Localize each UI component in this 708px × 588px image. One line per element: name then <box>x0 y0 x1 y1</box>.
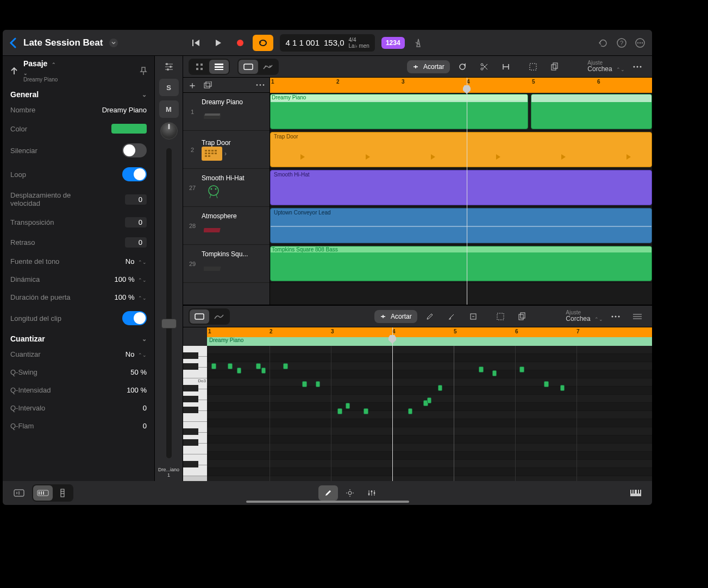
pencil-icon[interactable] <box>421 308 439 325</box>
piano-roll-grid[interactable]: 1 2 3 4 5 6 7 Dreamy Piano <box>207 327 652 481</box>
longitud-toggle[interactable] <box>122 311 147 325</box>
timeline[interactable]: 1 2 3 4 5 6 Dreamy Piano <box>270 78 652 305</box>
undo-icon[interactable] <box>598 38 609 48</box>
midi-note[interactable] <box>438 385 442 391</box>
piano-icon[interactable] <box>626 485 646 501</box>
row-duracion[interactable]: Duración de puerta 100 % ⌃⌄ <box>3 288 154 306</box>
quantize-section-header[interactable]: Cuantizar ⌄ <box>3 330 154 345</box>
row-color[interactable]: Color <box>3 119 154 138</box>
midi-note[interactable] <box>479 366 484 372</box>
more-icon[interactable] <box>635 37 646 48</box>
pan-knob[interactable] <box>160 122 178 140</box>
copy-icon[interactable] <box>546 59 564 75</box>
midi-note[interactable] <box>228 363 233 369</box>
retraso-field[interactable]: 0 <box>125 237 147 248</box>
midi-note[interactable] <box>346 403 350 409</box>
midi-note[interactable] <box>256 363 261 369</box>
midi-note[interactable] <box>519 366 524 372</box>
join-icon[interactable] <box>497 59 515 75</box>
midi-note[interactable] <box>302 381 307 387</box>
editor-ruler[interactable]: 1 2 3 4 5 6 7 <box>207 327 652 337</box>
inspector-title-box[interactable]: Pasaje ⌃⌄ Dreamy Piano <box>23 59 135 83</box>
piano-keyboard[interactable]: Do3 <box>183 327 207 481</box>
editor-more-icon[interactable] <box>606 308 625 325</box>
track-header-3[interactable]: 27 Smooth Hi-Hat <box>183 169 270 207</box>
transp-field[interactable]: 0 <box>125 217 147 227</box>
edit-tool-selector[interactable]: Acortar <box>407 60 450 73</box>
bottom-sliders-icon[interactable] <box>362 485 381 501</box>
region-dreamy-piano-loop[interactable] <box>531 94 652 129</box>
ruler[interactable]: 1 2 3 4 5 6 <box>270 78 652 93</box>
row-qflam[interactable]: Q-Flam 0 <box>3 417 154 435</box>
metronome-button[interactable] <box>410 35 427 51</box>
region-dreamy-piano[interactable]: Dreamy Piano <box>270 94 528 129</box>
midi-note[interactable] <box>544 381 549 387</box>
track-header-5[interactable]: 29 Tompkins Squ... <box>183 245 270 283</box>
midi-note[interactable] <box>261 368 266 374</box>
region-row-4[interactable]: Uptown Conveyor Lead <box>270 207 652 245</box>
automation-view-button[interactable] <box>258 60 278 74</box>
back-button[interactable] <box>9 37 17 48</box>
region-row-2[interactable]: Trap Door <box>270 131 652 169</box>
row-qinterv[interactable]: Q-Intervalo 0 <box>3 399 154 417</box>
brush-icon[interactable] <box>442 308 461 325</box>
track-stack-icon[interactable] <box>204 81 212 89</box>
cycle-button[interactable] <box>253 35 273 51</box>
editor-automation-view-button[interactable] <box>209 309 229 324</box>
toolbar-more-icon[interactable] <box>628 59 647 75</box>
pin-icon[interactable] <box>139 66 148 76</box>
grid-view-button[interactable] <box>190 60 209 74</box>
track-header-more-icon[interactable] <box>255 84 265 86</box>
desplaz-field[interactable]: 0 <box>125 194 147 205</box>
lcd-display[interactable]: 4 1 1 001 153,0 4/4 La♭ men <box>280 34 374 52</box>
velocity-icon[interactable] <box>464 308 483 325</box>
track-header-2[interactable]: 2 Trap Door › <box>183 131 270 169</box>
mode-badge[interactable]: 1234 <box>381 37 405 49</box>
midi-note[interactable] <box>211 363 216 369</box>
row-qintens[interactable]: Q-Intensidad 100 % <box>3 381 154 399</box>
midi-note[interactable] <box>408 408 412 414</box>
track-header-1[interactable]: 1 Dreamy Piano <box>183 93 270 131</box>
row-cuantizar[interactable]: Cuantizar No ⌃⌄ <box>3 345 154 363</box>
track-header-4[interactable]: 28 Atmosphere <box>183 207 270 245</box>
mixer-settings-icon[interactable] <box>159 59 179 74</box>
midi-note[interactable] <box>560 385 565 391</box>
midi-note[interactable] <box>237 368 241 374</box>
region-view-button[interactable] <box>239 60 258 74</box>
loop-toggle[interactable] <box>122 167 147 181</box>
bottom-pencil-button[interactable] <box>318 485 338 501</box>
editor-copy-icon[interactable] <box>513 308 531 325</box>
scissors-icon[interactable] <box>475 59 493 75</box>
region-trap-door[interactable]: Trap Door <box>270 132 652 167</box>
chevron-right-icon[interactable]: › <box>224 150 227 157</box>
editor-snap-selector[interactable]: Ajuste Corchea ⌃⌄ <box>566 309 603 323</box>
mute-button[interactable]: M <box>159 100 179 118</box>
bottom-brightness-icon[interactable] <box>340 485 360 501</box>
row-qswing[interactable]: Q-Swing 50 % <box>3 363 154 381</box>
volume-fader[interactable] <box>166 148 172 458</box>
list-view-button[interactable] <box>209 60 229 74</box>
fretboard-input-button[interactable] <box>53 485 72 501</box>
region-row-5[interactable]: Tompkins Square 808 Bass <box>270 245 652 283</box>
add-track-button[interactable]: ＋ <box>187 79 197 92</box>
playhead[interactable] <box>467 78 467 305</box>
region-row-3[interactable]: Smooth Hi-Hat <box>270 169 652 207</box>
region-row-1[interactable]: Dreamy Piano <box>270 93 652 131</box>
project-title[interactable]: Late Session Beat <box>23 37 103 48</box>
row-nombre[interactable]: Nombre Dreamy Piano <box>3 101 154 119</box>
midi-note[interactable] <box>316 381 320 387</box>
title-dropdown-icon[interactable] <box>109 39 118 47</box>
fader-handle[interactable] <box>161 319 177 328</box>
midi-note[interactable] <box>427 397 431 403</box>
midi-note[interactable] <box>283 363 288 369</box>
region-bass[interactable]: Tompkins Square 808 Bass <box>270 246 652 281</box>
inspector-up-icon[interactable] <box>9 66 19 76</box>
loop-tool-icon[interactable] <box>453 59 472 75</box>
midi-note[interactable] <box>337 408 342 414</box>
editor-region-view-button[interactable] <box>190 309 209 324</box>
midi-note[interactable] <box>492 370 497 376</box>
help-icon[interactable]: ? <box>616 37 627 48</box>
rewind-button[interactable] <box>187 35 206 51</box>
region-atmosphere[interactable]: Uptown Conveyor Lead <box>270 208 652 243</box>
color-swatch[interactable] <box>111 124 147 134</box>
